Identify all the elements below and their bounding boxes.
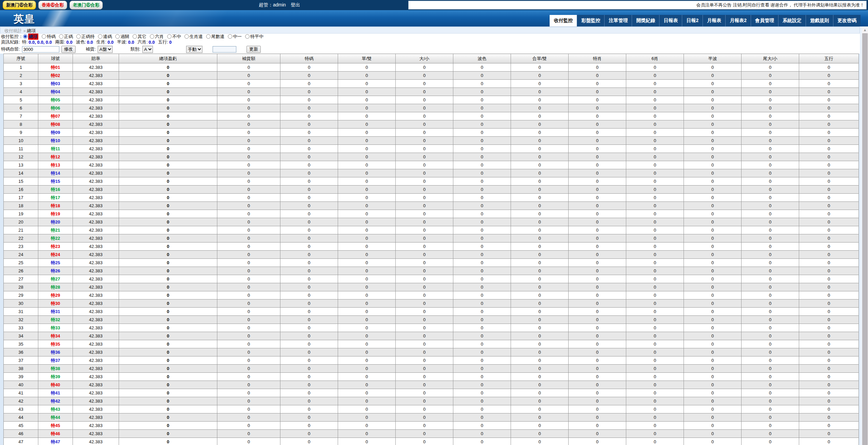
cell-波色: 0 [453, 267, 511, 275]
scroll-up-icon[interactable]: ▲ [862, 26, 868, 33]
restock-select[interactable]: A盤 [98, 46, 113, 53]
paytype-option[interactable]: 不中 [167, 34, 181, 40]
cell-6肖: 0 [626, 186, 684, 194]
tab-遊戲規則[interactable]: 遊戲規則 [806, 15, 833, 26]
cell-單/雙: 0 [338, 316, 396, 324]
cell-ball: 特18 [38, 202, 73, 210]
cell-特肖: 0 [569, 340, 626, 348]
paytype-radio[interactable] [98, 34, 102, 39]
lottery-button[interactable]: 香港⑥合彩 [38, 1, 67, 9]
table-row: 4特0442.383000000000000 [4, 88, 859, 96]
cell-ball: 特12 [38, 153, 73, 161]
cell-波色: 0 [453, 72, 511, 80]
cell-profit: 0 [119, 316, 217, 324]
paytype-option[interactable]: 特碼 [42, 34, 56, 40]
paytype-radio[interactable] [23, 34, 27, 39]
cell-補貨額: 0 [217, 340, 280, 348]
cell-特碼: 0 [280, 169, 338, 177]
cell-odds: 42.383 [73, 226, 119, 234]
cell-半波: 0 [684, 356, 742, 365]
paytype-option[interactable]: 其它 [133, 34, 146, 40]
cell-大/小: 0 [396, 332, 453, 340]
paytype-option[interactable]: 生肖連 [184, 34, 203, 40]
cell-seq: 43 [4, 405, 38, 413]
tab-月報表[interactable]: 月報表 [703, 15, 725, 26]
paytype-option[interactable]: 過關 [115, 34, 129, 40]
cell-odds: 42.383 [73, 137, 119, 145]
paytype-option[interactable]: 尾數連 [206, 34, 224, 40]
paytype-radio[interactable] [184, 34, 189, 39]
tab-系統設定[interactable]: 系統設定 [778, 15, 806, 26]
tab-收付監控[interactable]: 收付監控 [550, 15, 577, 26]
paytype-radio[interactable] [133, 34, 137, 39]
cell-特碼: 0 [280, 422, 338, 430]
retain-input[interactable] [22, 46, 59, 53]
vertical-scrollbar[interactable]: ▲ [862, 26, 868, 445]
cell-尾大/小: 0 [742, 63, 799, 72]
cell-波色: 0 [453, 316, 511, 324]
cell-半波: 0 [684, 405, 742, 413]
paytype-option[interactable]: 正碼特 [76, 34, 95, 40]
tab-注單管理[interactable]: 注單管理 [604, 15, 632, 26]
paytype-radio[interactable] [245, 34, 250, 39]
tab-彩盤監控[interactable]: 彩盤監控 [577, 15, 604, 26]
cell-6肖: 0 [626, 365, 684, 373]
cell-補貨額: 0 [217, 161, 280, 169]
paytype-radio[interactable] [228, 34, 232, 39]
paytype-option[interactable]: 連碼 [98, 34, 112, 40]
manual-amount-input[interactable] [213, 46, 236, 53]
cell-6肖: 0 [626, 275, 684, 283]
mode-select[interactable]: 手動 [186, 46, 202, 53]
paytype-option[interactable]: 正碼 [59, 34, 73, 40]
notice-marquee: 会员注单不再公告 注销,时间自行查看 谢谢合作， 代理手补外调划单结果以报表为准… [408, 1, 867, 9]
paytype-radio[interactable] [150, 34, 154, 39]
cell-特肖: 0 [569, 186, 626, 194]
cell-特碼: 0 [280, 316, 338, 324]
cell-單/雙: 0 [338, 348, 396, 356]
cell-尾大/小: 0 [742, 251, 799, 259]
cell-合單/雙: 0 [511, 161, 569, 169]
tab-日報2[interactable]: 日報2 [682, 15, 703, 26]
cell-大/小: 0 [396, 381, 453, 389]
cell-seq: 3 [4, 80, 38, 88]
paytype-radio[interactable] [115, 34, 120, 39]
tab-日報表[interactable]: 日報表 [659, 15, 682, 26]
paytype-radio[interactable] [76, 34, 81, 39]
category-select[interactable]: A [142, 46, 153, 53]
paytype-radio[interactable] [42, 34, 46, 39]
cell-大/小: 0 [396, 120, 453, 129]
table-row: 7特0742.383000000000000 [4, 112, 859, 120]
lottery-button[interactable]: 老澳门⑥合彩 [70, 1, 103, 9]
cell-大/小: 0 [396, 186, 453, 194]
scrollbar-thumb[interactable] [862, 33, 868, 445]
paytype-option[interactable]: 中一 [228, 34, 242, 40]
logout-link[interactable]: 登出 [291, 2, 300, 8]
modify-button[interactable]: 修改 [61, 46, 76, 53]
cell-seq: 23 [4, 243, 38, 251]
cell-五行: 0 [799, 389, 859, 397]
paytype-option[interactable]: 六肖 [150, 34, 164, 40]
cell-單/雙: 0 [338, 381, 396, 389]
cell-大/小: 0 [396, 365, 453, 373]
paytype-radio[interactable] [59, 34, 63, 39]
cell-odds: 42.383 [73, 72, 119, 80]
tab-更改密碼[interactable]: 更改密碼 [833, 15, 861, 26]
cell-ball: 特46 [38, 430, 73, 438]
tab-會員管理[interactable]: 會員管理 [751, 15, 778, 26]
cell-profit: 0 [119, 96, 217, 104]
cell-波色: 0 [453, 169, 511, 177]
tab-月報表2[interactable]: 月報表2 [725, 15, 751, 26]
cell-ball: 特02 [38, 72, 73, 80]
cell-odds: 42.383 [73, 397, 119, 405]
paytype-radio[interactable] [167, 34, 172, 39]
lottery-button[interactable]: 新澳门⑥合彩 [3, 1, 36, 9]
paytype-option[interactable]: 特平中 [245, 34, 263, 40]
cell-半波: 0 [684, 104, 742, 112]
cell-特肖: 0 [569, 226, 626, 234]
tab-開獎紀錄[interactable]: 開獎紀錄 [632, 15, 659, 26]
paytype-radio[interactable] [206, 34, 211, 39]
cell-補貨額: 0 [217, 104, 280, 112]
update-button[interactable]: 更新 [246, 46, 261, 53]
cell-6肖: 0 [626, 120, 684, 129]
paytype-option[interactable]: 總項 [23, 34, 38, 40]
